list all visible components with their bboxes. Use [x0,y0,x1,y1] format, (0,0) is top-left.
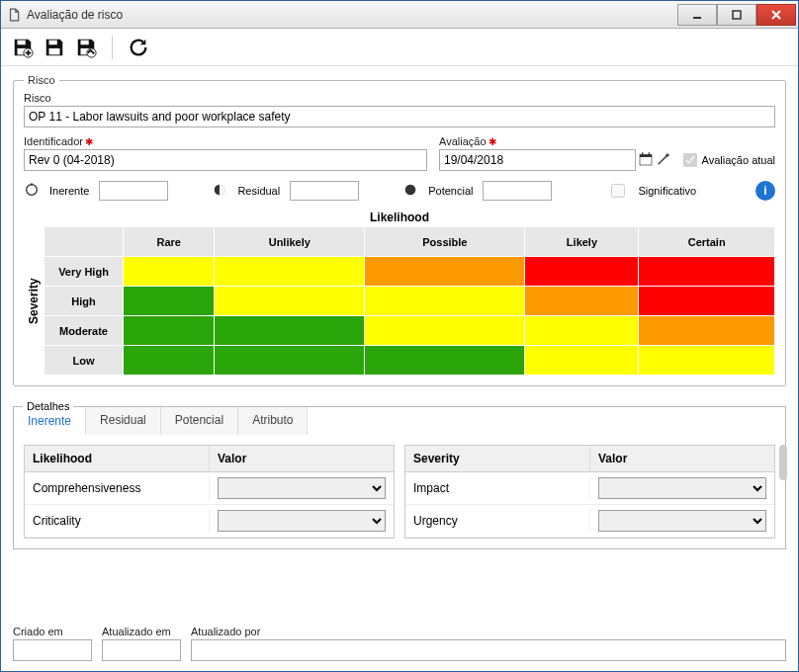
matrix-cell[interactable] [525,287,639,316]
svg-line-18 [658,155,666,164]
current-eval-checkbox[interactable] [683,153,697,167]
tab-potencial[interactable]: Potencial [161,407,238,435]
matrix-col-header: Likely [525,227,639,257]
matrix-cell[interactable] [639,287,775,316]
footer: Criado em Atualizado em Atualizado por [1,622,798,671]
matrix-col-header: Certain [639,227,775,257]
matrix-col-header: Possible [365,227,525,257]
matrix-cell[interactable] [525,346,639,376]
table-row: Impact [405,472,774,505]
save-close-button[interactable] [72,34,100,61]
details-tabs: Inerente Residual Potencial Atributo [13,406,786,435]
info-icon[interactable]: i [755,181,775,201]
severity-header: Severity [405,446,590,471]
severity-table: Severity Valor Impact Urgency [404,445,775,539]
matrix-cell[interactable] [215,257,365,287]
tab-inerente[interactable]: Inerente [14,408,86,436]
identifier-input[interactable] [24,149,427,171]
tab-atributo[interactable]: Atributo [238,407,308,435]
calendar-icon[interactable] [638,151,654,170]
valor-header: Valor [210,446,394,471]
evaluation-date-input[interactable] [439,149,636,171]
matrix-cell[interactable] [639,346,775,376]
matrix-col-header: Rare [124,227,215,257]
potential-icon [402,182,418,201]
matrix-cell[interactable] [365,287,525,316]
content: Risco Risco Identificador✱ Avaliação✱ [1,66,798,622]
criticality-select[interactable] [218,510,386,532]
refresh-button[interactable] [125,34,152,61]
matrix-cell[interactable] [525,316,639,346]
urgency-select[interactable] [598,510,766,532]
window: Avaliação de risco [0,0,799,672]
risk-legend: Risco [24,74,59,86]
inherent-icon [24,182,40,201]
svg-rect-9 [49,40,57,44]
matrix-cell[interactable] [215,346,365,376]
matrix-cell[interactable] [525,257,639,287]
wand-icon[interactable] [656,151,671,170]
toolbar-separator [112,36,113,59]
maximize-button[interactable] [717,4,756,26]
scrollbar[interactable] [779,445,787,480]
matrix-cell[interactable] [124,346,215,376]
matrix-cell[interactable] [365,316,525,346]
toolbar [1,29,798,66]
document-icon [7,8,21,22]
updated-input[interactable] [102,639,181,661]
table-row: Comprehensiveness [25,472,394,505]
residual-label: Residual [237,185,280,197]
close-button[interactable] [756,4,796,26]
created-input[interactable] [13,639,92,661]
likelihood-row-label: Criticality [25,509,210,533]
risk-matrix-table: Rare Unlikely Possible Likely Certain Ve… [44,226,775,376]
matrix-cell[interactable] [215,316,365,346]
potential-label: Potencial [428,185,473,197]
created-label: Criado em [13,626,92,637]
risk-name-label: Risco [24,92,775,104]
tab-residual[interactable]: Residual [86,407,161,435]
potential-input[interactable] [483,181,552,201]
matrix-row-header: Very High [44,257,124,287]
matrix-y-title: Severity [24,226,44,376]
svg-rect-15 [640,154,652,157]
severity-row-label: Impact [405,476,590,500]
matrix-cell[interactable] [365,346,525,376]
severity-row-label: Urgency [405,509,590,533]
risk-name-input[interactable] [24,106,775,127]
evaluation-label: Avaliação✱ [439,135,775,147]
significant-checkbox[interactable] [611,184,625,198]
matrix-row-header: Low [44,346,124,376]
inherent-input[interactable] [99,181,168,201]
likelihood-row-label: Comprehensiveness [25,476,210,500]
updated-by-label: Atualizado por [191,626,786,637]
matrix-cell[interactable] [639,257,775,287]
matrix-cell[interactable] [215,287,365,316]
save-button[interactable] [41,34,68,61]
matrix-cell[interactable] [365,257,525,287]
matrix-cell[interactable] [124,316,215,346]
svg-rect-11 [81,40,89,44]
residual-input[interactable] [290,181,359,201]
updated-by-input[interactable] [191,639,786,661]
window-title: Avaliação de risco [27,8,677,22]
minimize-button[interactable] [677,4,717,26]
table-row: Criticality [25,505,394,538]
impact-select[interactable] [598,477,766,499]
details-group: Detalhes Inerente Residual Potencial Atr… [13,392,786,549]
comprehensiveness-select[interactable] [218,477,386,499]
svg-rect-4 [18,40,26,44]
matrix-row-header: Moderate [44,316,124,346]
updated-label: Atualizado em [102,626,181,637]
likelihood-header: Likelihood [25,446,210,471]
significant-label: Significativo [638,185,696,197]
matrix-x-title: Likelihood [24,210,775,224]
matrix-cell[interactable] [639,316,775,346]
likelihood-table: Likelihood Valor Comprehensiveness Criti… [24,445,395,539]
matrix-cell[interactable] [124,287,215,316]
matrix-col-header: Unlikely [215,227,365,257]
svg-point-22 [405,184,416,195]
inherent-label: Inerente [49,185,89,197]
save-new-button[interactable] [9,34,37,61]
matrix-cell[interactable] [124,257,215,287]
